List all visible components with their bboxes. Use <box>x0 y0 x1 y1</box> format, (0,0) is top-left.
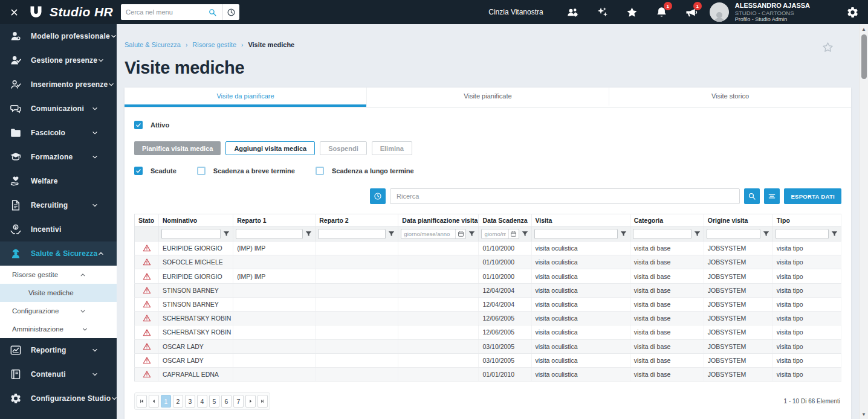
table-row[interactable]: STINSON BARNEY12/04/2004visita oculistic… <box>135 283 841 297</box>
sidebar-item-modello-professionale[interactable]: Modello professionale <box>0 24 117 48</box>
filter-funnel-icon[interactable] <box>305 230 313 238</box>
sidebar-subitem-configurazione[interactable]: Configurazione <box>0 302 117 320</box>
ai-sparkles-button[interactable] <box>588 0 617 24</box>
scadenza-lungo-checkbox[interactable] <box>316 167 324 175</box>
tab-visite-storico[interactable]: Visite storico <box>609 88 851 107</box>
table-row[interactable]: STINSON BARNEY12/04/2004visita oculistic… <box>135 297 841 311</box>
tab-visite-da-pianificare[interactable]: Visite da pianificare <box>125 88 366 107</box>
sidebar-subitem-amministrazione[interactable]: Amministrazione <box>0 320 117 338</box>
search-icon[interactable] <box>208 8 217 17</box>
breadcrumb-link-risorse-gestite[interactable]: Risorse gestite <box>192 41 236 48</box>
esporta-dati-button[interactable]: ESPORTA DATI <box>784 188 841 204</box>
history-clock-icon[interactable] <box>222 4 239 20</box>
sidebar-item-reporting[interactable]: Reporting <box>0 338 117 362</box>
filter-input-visita[interactable] <box>534 229 618 239</box>
page-6-button[interactable]: 6 <box>221 395 232 408</box>
filter-funnel-icon[interactable] <box>222 230 230 238</box>
filter-input-reparto-2[interactable] <box>318 229 386 239</box>
filter-funnel-icon[interactable] <box>468 230 476 238</box>
scroll-up-arrow[interactable]: ▲ <box>860 25 868 33</box>
table-row[interactable]: OSCAR LADY03/10/2005visita oculisticavis… <box>135 339 841 353</box>
announcements-megaphone-button[interactable]: 1 <box>676 0 706 24</box>
column-header-reparto-1[interactable]: Reparto 1 <box>233 214 316 227</box>
table-row[interactable]: SCHERBATSKY ROBIN12/06/2005visita oculis… <box>135 312 841 325</box>
calendar-icon[interactable] <box>508 229 519 238</box>
sidebar-item-recruiting[interactable]: Recruiting <box>0 193 117 217</box>
sidebar-item-welfare[interactable]: Welfare <box>0 169 117 193</box>
filter-funnel-icon[interactable] <box>831 230 838 238</box>
scroll-down-arrow[interactable]: ▼ <box>860 410 868 418</box>
page-4-button[interactable]: 4 <box>197 395 207 408</box>
scadute-checkbox[interactable] <box>134 167 143 175</box>
column-header-data-pianificazione-visita[interactable]: Data pianificazione visita <box>398 214 479 227</box>
filter-funnel-icon[interactable] <box>693 230 701 238</box>
filter-input-tipo[interactable] <box>776 229 829 239</box>
page-2-button[interactable]: 2 <box>173 395 183 408</box>
vertical-scrollbar[interactable]: ▲ ▼ <box>859 24 868 419</box>
filter-input-origine-visita[interactable] <box>707 229 760 239</box>
page-1-button[interactable]: 1 <box>161 395 171 408</box>
first-page-button[interactable] <box>137 395 147 408</box>
column-header-reparto-2[interactable]: Reparto 2 <box>316 214 398 227</box>
sidebar-item-configurazione-studio[interactable]: Configurazione Studio <box>0 386 117 411</box>
sidebar-item-salute-sicurezza[interactable]: Salute & Sicurezza <box>0 241 117 266</box>
filter-input-data-scadenza[interactable] <box>482 229 508 238</box>
page-7-button[interactable]: 7 <box>233 395 244 408</box>
favorite-page-star-icon[interactable] <box>821 41 834 54</box>
column-header-visita[interactable]: Visita <box>531 214 630 227</box>
sidebar-item-fascicolo[interactable]: Fascicolo <box>0 121 117 145</box>
history-search-button[interactable] <box>370 188 386 204</box>
breadcrumb-link-salute-sicurezza[interactable]: Salute & Sicurezza <box>125 41 181 48</box>
notifications-bell-button[interactable]: 1 <box>647 0 676 24</box>
sidebar-item-contenuti[interactable]: Contenuti <box>0 362 117 386</box>
filter-input-data-pianificazione-visita[interactable] <box>401 229 455 238</box>
sidebar-item-gestione-presenze[interactable]: Gestione presenze <box>0 48 117 72</box>
filter-funnel-icon[interactable] <box>521 230 529 238</box>
scadenza-breve-checkbox[interactable] <box>197 167 206 175</box>
sidebar-item-inserimento-presenze[interactable]: Inserimento presenze <box>0 72 117 97</box>
attivo-checkbox-group[interactable]: Attivo <box>134 121 841 129</box>
column-header-origine-visita[interactable]: Origine visita <box>704 214 772 227</box>
column-header-data-scadenza[interactable]: Data Scadenza <box>479 214 531 227</box>
scadenza-breve-checkbox-group[interactable]: Scadenza a breve termine <box>197 167 295 175</box>
column-header-nominativo[interactable]: Nominativo <box>159 214 233 227</box>
aggiungi-visita-medica-button[interactable]: Aggiungi visita medica <box>225 141 315 155</box>
column-header-categoria[interactable]: Categoria <box>630 214 704 227</box>
tab-visite-pianificate[interactable]: Visite pianificate <box>366 88 609 107</box>
table-row[interactable]: EURIPIDE GIORGIO(IMP) IMP01/10/2000visit… <box>135 269 841 283</box>
sidebar-item-comunicazioni[interactable]: Comunicazioni <box>0 97 117 121</box>
sospendi-button[interactable]: Sospendi <box>320 141 367 155</box>
favorites-star-button[interactable] <box>617 0 647 24</box>
next-page-button[interactable] <box>245 395 256 408</box>
community-button[interactable] <box>558 0 588 24</box>
settings-gear-button[interactable] <box>837 0 868 24</box>
attivo-checkbox[interactable] <box>134 121 143 129</box>
filter-funnel-icon[interactable] <box>762 230 770 238</box>
close-menu-button[interactable] <box>0 8 28 17</box>
table-row[interactable]: SCHERBATSKY ROBIN12/06/2005visita oculis… <box>135 325 841 339</box>
sidebar-item-incentivi[interactable]: Incentivi <box>0 217 117 241</box>
previous-page-button[interactable] <box>149 395 159 408</box>
last-page-button[interactable] <box>257 395 268 408</box>
page-3-button[interactable]: 3 <box>185 395 195 408</box>
sidebar-subitem-visite-mediche[interactable]: Visite mediche <box>0 284 117 302</box>
view-list-button[interactable] <box>764 188 780 204</box>
scrollbar-thumb[interactable] <box>861 34 867 79</box>
table-row[interactable]: CAPRAPALL EDNA01/01/2010visita oculistic… <box>135 367 841 381</box>
pianifica-visita-medica-button[interactable]: Pianifica visita medica <box>134 141 221 155</box>
search-button[interactable] <box>744 188 760 204</box>
page-5-button[interactable]: 5 <box>209 395 219 408</box>
menu-search-input[interactable] <box>121 8 208 16</box>
table-search-input[interactable] <box>390 188 740 204</box>
filter-input-reparto-1[interactable] <box>236 229 303 239</box>
scadenza-lungo-checkbox-group[interactable]: Scadenza a lungo termine <box>316 167 414 175</box>
filter-funnel-icon[interactable] <box>387 230 395 238</box>
user-info[interactable]: ALESSANDRO AJASSA STUDIO - CARTOONS Prof… <box>735 2 810 23</box>
calendar-icon[interactable] <box>455 229 465 238</box>
elimina-button[interactable]: Elimina <box>372 141 412 155</box>
column-header-stato[interactable]: Stato <box>135 214 159 227</box>
sidebar-item-formazione[interactable]: Formazione <box>0 145 117 169</box>
table-row[interactable]: EURIPIDE GIORGIO(IMP) IMP01/10/2000visit… <box>135 241 841 255</box>
filter-input-nominativo[interactable] <box>161 229 221 239</box>
sidebar-subitem-risorse-gestite[interactable]: Risorse gestite <box>0 266 117 284</box>
